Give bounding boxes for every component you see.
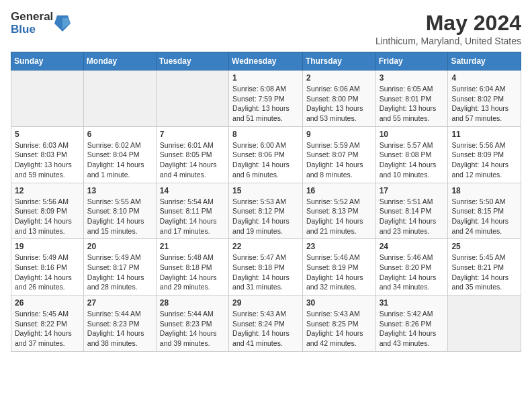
logo-blue: Blue [11, 24, 53, 36]
calendar-day-cell: 18 Sunrise: 5:50 AM Sunset: 8:15 PM Dayl… [448, 183, 521, 239]
calendar-day-cell [156, 71, 228, 127]
calendar-day-cell: 17 Sunrise: 5:51 AM Sunset: 8:14 PM Dayl… [375, 183, 448, 239]
calendar-week-row: 1 Sunrise: 6:08 AM Sunset: 7:59 PM Dayli… [11, 71, 521, 127]
sunset-text: Sunset: 8:16 PM [15, 263, 67, 271]
calendar-day-cell: 11 Sunrise: 5:56 AM Sunset: 8:09 PM Dayl… [448, 126, 521, 183]
day-info: Sunrise: 6:06 AM Sunset: 8:00 PM Dayligh… [306, 84, 372, 124]
calendar-day-cell: 30 Sunrise: 5:43 AM Sunset: 8:25 PM Dayl… [302, 295, 375, 352]
day-number: 18 [451, 186, 517, 195]
sunrise-text: Sunrise: 5:43 AM [232, 310, 286, 318]
sunrise-text: Sunrise: 5:49 AM [87, 253, 141, 261]
sunrise-text: Sunrise: 5:45 AM [451, 253, 505, 261]
sunset-text: Sunset: 8:11 PM [160, 207, 212, 215]
daylight-text: Daylight: 14 hours and 13 minutes. [15, 217, 72, 235]
sunrise-text: Sunrise: 5:48 AM [160, 253, 214, 261]
sunrise-text: Sunrise: 5:45 AM [15, 310, 69, 318]
daylight-text: Daylight: 14 hours and 26 minutes. [15, 273, 72, 291]
calendar-day-cell [448, 295, 521, 352]
calendar-day-cell: 7 Sunrise: 6:01 AM Sunset: 8:05 PM Dayli… [156, 126, 228, 183]
sunset-text: Sunset: 8:02 PM [451, 95, 504, 103]
calendar-week-row: 12 Sunrise: 5:56 AM Sunset: 8:09 PM Dayl… [11, 183, 521, 239]
sunrise-text: Sunrise: 5:59 AM [306, 141, 360, 149]
calendar-day-cell: 6 Sunrise: 6:02 AM Sunset: 8:04 PM Dayli… [83, 126, 156, 183]
day-info: Sunrise: 5:49 AM Sunset: 8:16 PM Dayligh… [15, 253, 80, 292]
day-number: 14 [160, 186, 225, 195]
month-title: May 2024 [375, 11, 521, 36]
sunset-text: Sunset: 8:18 PM [232, 263, 285, 271]
sunrise-text: Sunrise: 5:50 AM [451, 197, 505, 205]
day-info: Sunrise: 5:51 AM Sunset: 8:14 PM Dayligh… [380, 197, 445, 236]
sunrise-text: Sunrise: 5:43 AM [306, 310, 360, 318]
sunrise-text: Sunrise: 5:53 AM [232, 197, 286, 205]
day-info: Sunrise: 5:53 AM Sunset: 8:12 PM Dayligh… [232, 197, 299, 236]
calendar-day-cell: 21 Sunrise: 5:48 AM Sunset: 8:18 PM Dayl… [156, 239, 228, 295]
calendar-day-cell: 16 Sunrise: 5:52 AM Sunset: 8:13 PM Dayl… [302, 183, 375, 239]
sunrise-text: Sunrise: 5:44 AM [160, 310, 214, 318]
sunrise-text: Sunrise: 5:55 AM [87, 197, 141, 205]
sunset-text: Sunset: 8:12 PM [232, 207, 285, 215]
day-info: Sunrise: 5:59 AM Sunset: 8:07 PM Dayligh… [306, 140, 372, 180]
day-number: 11 [451, 130, 517, 139]
sunset-text: Sunset: 8:24 PM [232, 320, 285, 328]
day-info: Sunrise: 5:57 AM Sunset: 8:08 PM Dayligh… [380, 140, 445, 180]
sunset-text: Sunset: 8:13 PM [306, 207, 359, 215]
day-number: 10 [380, 130, 445, 139]
location: Linthicum, Maryland, United States [375, 36, 521, 46]
sunrise-text: Sunrise: 5:56 AM [15, 197, 69, 205]
day-info: Sunrise: 6:05 AM Sunset: 8:01 PM Dayligh… [380, 84, 445, 124]
daylight-text: Daylight: 14 hours and 1 minute. [87, 161, 144, 179]
day-number: 17 [380, 186, 445, 195]
sunrise-text: Sunrise: 6:05 AM [380, 85, 433, 93]
sunset-text: Sunset: 8:00 PM [306, 95, 359, 103]
sunrise-text: Sunrise: 6:03 AM [15, 141, 69, 149]
calendar-day-cell: 28 Sunrise: 5:44 AM Sunset: 8:23 PM Dayl… [156, 295, 228, 352]
day-info: Sunrise: 5:44 AM Sunset: 8:23 PM Dayligh… [87, 309, 152, 349]
calendar-day-cell: 22 Sunrise: 5:47 AM Sunset: 8:18 PM Dayl… [229, 239, 303, 295]
daylight-text: Daylight: 14 hours and 10 minutes. [380, 161, 437, 179]
sunset-text: Sunset: 8:18 PM [160, 263, 212, 271]
day-number: 3 [380, 73, 445, 83]
weekday-header: Wednesday [229, 52, 303, 71]
day-number: 9 [306, 130, 372, 139]
daylight-text: Daylight: 14 hours and 28 minutes. [87, 273, 144, 291]
daylight-text: Daylight: 14 hours and 21 minutes. [306, 217, 363, 235]
weekday-header: Thursday [302, 52, 375, 71]
calendar-day-cell: 5 Sunrise: 6:03 AM Sunset: 8:03 PM Dayli… [11, 126, 84, 183]
day-number: 27 [87, 298, 152, 308]
daylight-text: Daylight: 14 hours and 37 minutes. [15, 329, 72, 347]
sunset-text: Sunset: 8:20 PM [380, 263, 432, 271]
daylight-text: Daylight: 14 hours and 31 minutes. [232, 273, 290, 291]
logo-text: General Blue [11, 11, 53, 36]
day-number: 1 [232, 73, 299, 83]
day-number: 16 [306, 186, 372, 195]
calendar-body: 1 Sunrise: 6:08 AM Sunset: 7:59 PM Dayli… [11, 71, 521, 352]
page-header: General Blue May 2024 Linthicum, Marylan… [11, 11, 521, 46]
weekday-row: SundayMondayTuesdayWednesdayThursdayFrid… [11, 52, 521, 71]
sunset-text: Sunset: 8:19 PM [306, 263, 359, 271]
calendar-day-cell: 23 Sunrise: 5:46 AM Sunset: 8:19 PM Dayl… [302, 239, 375, 295]
calendar-day-cell: 14 Sunrise: 5:54 AM Sunset: 8:11 PM Dayl… [156, 183, 228, 239]
day-number: 21 [160, 242, 225, 251]
daylight-text: Daylight: 14 hours and 39 minutes. [160, 329, 217, 347]
logo-icon [54, 14, 71, 33]
calendar-day-cell: 26 Sunrise: 5:45 AM Sunset: 8:22 PM Dayl… [11, 295, 84, 352]
calendar-day-cell: 4 Sunrise: 6:04 AM Sunset: 8:02 PM Dayli… [448, 71, 521, 127]
calendar-day-cell: 15 Sunrise: 5:53 AM Sunset: 8:12 PM Dayl… [229, 183, 303, 239]
day-number: 4 [451, 73, 517, 83]
day-info: Sunrise: 5:46 AM Sunset: 8:20 PM Dayligh… [380, 253, 445, 292]
day-number: 22 [232, 242, 299, 251]
sunset-text: Sunset: 8:25 PM [306, 320, 359, 328]
calendar-day-cell: 13 Sunrise: 5:55 AM Sunset: 8:10 PM Dayl… [83, 183, 156, 239]
calendar-day-cell: 31 Sunrise: 5:42 AM Sunset: 8:26 PM Dayl… [375, 295, 448, 352]
day-number: 6 [87, 130, 152, 139]
sunrise-text: Sunrise: 5:51 AM [380, 197, 433, 205]
sunrise-text: Sunrise: 6:06 AM [306, 85, 360, 93]
day-info: Sunrise: 5:49 AM Sunset: 8:17 PM Dayligh… [87, 253, 152, 292]
sunset-text: Sunset: 8:07 PM [306, 150, 359, 158]
daylight-text: Daylight: 14 hours and 23 minutes. [380, 217, 437, 235]
sunrise-text: Sunrise: 5:46 AM [306, 253, 360, 261]
daylight-text: Daylight: 14 hours and 34 minutes. [380, 273, 437, 291]
calendar-day-cell [11, 71, 84, 127]
daylight-text: Daylight: 13 hours and 55 minutes. [380, 104, 437, 122]
day-number: 24 [380, 242, 445, 251]
